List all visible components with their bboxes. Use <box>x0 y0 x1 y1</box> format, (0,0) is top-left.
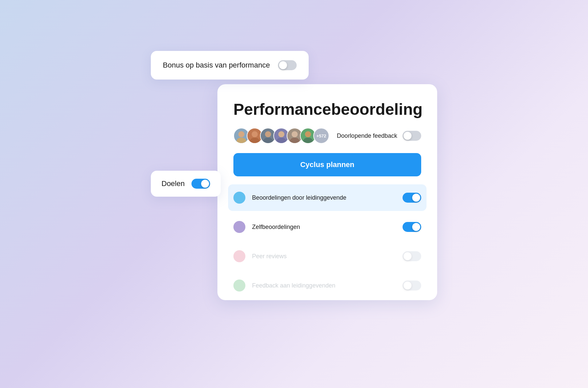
review-dot-beoordelingen <box>233 192 245 204</box>
toggle-zelf[interactable] <box>403 222 421 232</box>
svg-point-16 <box>305 131 311 137</box>
cyclus-button[interactable]: Cyclus plannen <box>233 153 421 176</box>
review-dot-zelf <box>233 221 245 233</box>
review-item-left-zelf: Zelfbeoordelingen <box>233 221 300 233</box>
svg-point-1 <box>238 131 244 137</box>
doorlopende-toggle-thumb <box>404 132 412 140</box>
review-item-left-feedback: Feedback aan leidinggevenden <box>233 280 335 291</box>
review-item-left-beoordelingen: Beoordelingen door leidinggevende <box>233 192 346 204</box>
doorlopende-label: Doorlopende feedback <box>337 132 397 139</box>
review-dot-feedback <box>233 280 245 291</box>
svg-point-7 <box>265 131 271 137</box>
main-header-row: +572 Doorlopende feedback <box>233 128 421 144</box>
review-dot-peer <box>233 250 245 262</box>
bonus-label: Bonus op basis van performance <box>163 61 270 70</box>
main-title: Performancebeoordeling <box>233 100 421 118</box>
svg-point-13 <box>292 131 298 137</box>
bonus-toggle[interactable] <box>278 60 297 70</box>
review-item-zelfbeoordelingen: Zelfbeoordelingen <box>228 214 427 240</box>
review-item-peer: Peer reviews <box>228 243 427 270</box>
avatar-group: +572 <box>233 128 329 144</box>
toggle-feedback[interactable] <box>403 281 421 291</box>
svg-point-4 <box>252 131 258 137</box>
svg-point-10 <box>278 131 284 137</box>
bonus-toggle-thumb <box>279 61 287 69</box>
review-list: Beoordelingen door leidinggevende Zelfbe… <box>233 183 421 300</box>
doorlopende-row: Doorlopende feedback <box>337 131 421 141</box>
toggle-peer[interactable] <box>403 251 421 261</box>
card-main: Performancebeoordeling <box>217 84 437 300</box>
review-item-feedback: Feedback aan leidinggevenden <box>228 272 427 299</box>
avatar-count: +572 <box>313 128 329 144</box>
review-label-peer: Peer reviews <box>252 253 287 260</box>
doelen-toggle[interactable] <box>191 179 210 189</box>
doorlopende-toggle[interactable] <box>403 131 421 141</box>
doelen-toggle-thumb <box>201 180 209 188</box>
toggle-beoordelingen[interactable] <box>403 193 421 203</box>
card-doelen: Doelen <box>151 171 221 197</box>
review-item-beoordelingen: Beoordelingen door leidinggevende <box>228 184 427 211</box>
card-bonus: Bonus op basis van performance <box>151 51 309 80</box>
review-label-beoordelingen: Beoordelingen door leidinggevende <box>252 194 346 201</box>
scene: Bonus op basis van performance Doelen Pe… <box>151 51 437 337</box>
review-label-zelf: Zelfbeoordelingen <box>252 224 300 231</box>
review-label-feedback: Feedback aan leidinggevenden <box>252 282 335 289</box>
doelen-label: Doelen <box>161 179 185 188</box>
review-item-left-peer: Peer reviews <box>233 250 287 262</box>
